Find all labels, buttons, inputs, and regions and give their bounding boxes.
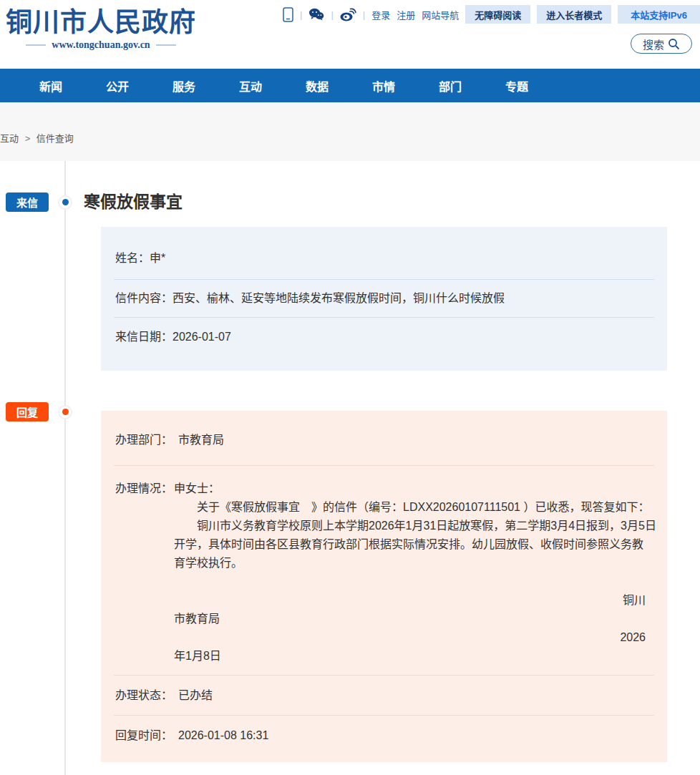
breadcrumb-interaction[interactable]: 互动 [0,133,19,144]
header-right: | | [283,0,700,54]
separator: | [300,9,302,20]
register-link[interactable]: 注册 [397,8,415,21]
incoming-letter-section: 来信 寒假放假事宜 姓名：申* 信件内容：西安、榆林、延安等地陆续发布寒假放假时… [0,192,700,371]
accessibility-reading-button[interactable]: 无障碍阅读 [465,5,530,24]
reply-line: 开学，具体时间由各区县教育行政部门根据实际情况安排。幼儿园放假、收假时间参照义务… [174,535,653,554]
main-nav: 新闻 公开 服务 互动 数据 市情 部门 专题 [0,69,700,102]
letter-content-row: 信件内容：西安、榆林、延安等地陆续发布寒假放假时间，铜川什么时候放假 [101,280,667,317]
letter-info-box: 姓名：申* 信件内容：西安、榆林、延安等地陆续发布寒假放假时间，铜川什么时候放假… [101,227,667,371]
search-button[interactable]: 搜索 [631,34,692,54]
site-map-link[interactable]: 网站导航 [422,8,459,21]
nav-item-interaction[interactable]: 互动 [239,77,262,94]
weibo-icon[interactable] [340,8,356,21]
letter-date-label: 来信日期： [115,331,172,343]
site-logo-title: 铜川市人民政府 [6,9,196,37]
reply-department-value: 市教育局 [178,434,224,446]
reply-line: 铜川市义务教育学校原则上本学期2026年1月31日起放寒假，第二学期3月4日报到… [174,517,653,535]
letter-content-label: 信件内容： [115,292,172,304]
site-logo-subtitle: www.tongchuan.gov.cn [6,39,196,51]
reply-signature-line: 市教育局 [174,610,653,628]
reply-blank-line [174,572,653,591]
nav-item-news[interactable]: 新闻 [39,77,62,94]
utility-row: | | [283,5,700,24]
search-icon [668,38,680,50]
incoming-letter-header: 来信 寒假放假事宜 [0,192,700,212]
reply-badge: 回复 [6,402,49,421]
nav-item-services[interactable]: 服务 [172,77,195,94]
nav-item-city[interactable]: 市情 [372,77,395,94]
reply-line: 关于《寒假放假事宜 》的信件（编号：LDXX20260107111501 ）已收… [174,498,653,517]
site-header: 铜川市人民政府 www.tongchuan.gov.cn | [0,0,700,69]
reply-line: 申女士： [174,479,653,498]
reply-section: 回复 办理部门：市教育局 办理情况： 申女士： 关于《寒假放假事宜 》的信件（编… [0,402,700,762]
nav-item-topics[interactable]: 专题 [505,77,528,94]
breadcrumb-separator: > [25,133,31,144]
letter-date-value: 2026-01-07 [172,331,231,343]
reply-situation-content: 申女士： 关于《寒假放假事宜 》的信件（编号：LDXX2026010711150… [174,479,653,666]
search-button-label: 搜索 [643,36,664,52]
reply-situation-label: 办理情况： [115,479,174,666]
wechat-icon[interactable] [308,8,324,21]
timeline-dot-reply [59,406,71,418]
letter-detail-content: 来信 寒假放假事宜 姓名：申* 信件内容：西安、榆林、延安等地陆续发布寒假放假时… [0,161,700,775]
letter-date-row: 来信日期：2026-01-07 [101,318,667,371]
mobile-icon[interactable] [283,7,293,22]
reply-info-box: 办理部门：市教育局 办理情况： 申女士： 关于《寒假放假事宜 》的信件（编号：L… [101,411,667,762]
reply-status-row: 办理状态：已办结 [101,676,667,715]
breadcrumb-band: 互动 > 信件查询 [0,102,700,161]
reply-signature-line: 铜川 [174,591,653,610]
logo-rule-right [156,44,176,46]
separator: | [331,9,333,20]
letter-name-value: 申* [150,252,165,264]
reply-department-label: 办理部门： [115,434,172,446]
reply-time-row: 回复时间：2026-01-08 16:31 [101,716,667,762]
letter-name-row: 姓名：申* [101,227,667,279]
login-link[interactable]: 登录 [371,8,390,21]
separator: | [363,9,365,20]
reply-signature-date-line: 2026 [174,628,653,647]
site-logo[interactable]: 铜川市人民政府 www.tongchuan.gov.cn [6,9,196,51]
nav-item-disclosure[interactable]: 公开 [106,77,129,94]
letter-content-value: 西安、榆林、延安等地陆续发布寒假放假时间，铜川什么时候放假 [172,292,505,304]
breadcrumb-letter-query[interactable]: 信件查询 [37,133,74,144]
letter-name-label: 姓名： [115,252,150,264]
reply-situation-row: 办理情况： 申女士： 关于《寒假放假事宜 》的信件（编号：LDXX2026010… [101,466,667,675]
breadcrumb: 互动 > 信件查询 [0,133,700,145]
reply-time-value: 2026-01-08 16:31 [178,729,268,741]
elder-mode-button[interactable]: 进入长者模式 [537,5,611,24]
timeline-line [64,161,66,775]
timeline-dot-incoming [59,197,71,208]
reply-status-label: 办理状态： [115,689,172,701]
reply-time-label: 回复时间： [115,729,172,741]
ipv6-support-badge: 本站支持IPv6 [618,5,700,24]
logo-rule-left [26,44,46,46]
site-url: www.tongchuan.gov.cn [52,39,150,51]
reply-line: 育学校执行。 [174,554,653,572]
page-title: 寒假放假事宜 [84,192,183,212]
reply-header: 回复 [0,402,700,421]
reply-signature-date-line: 年1月8日 [174,647,653,666]
nav-item-data[interactable]: 数据 [306,77,329,94]
nav-item-departments[interactable]: 部门 [439,77,462,94]
reply-status-value: 已办结 [178,689,213,701]
incoming-letter-badge: 来信 [6,192,49,212]
